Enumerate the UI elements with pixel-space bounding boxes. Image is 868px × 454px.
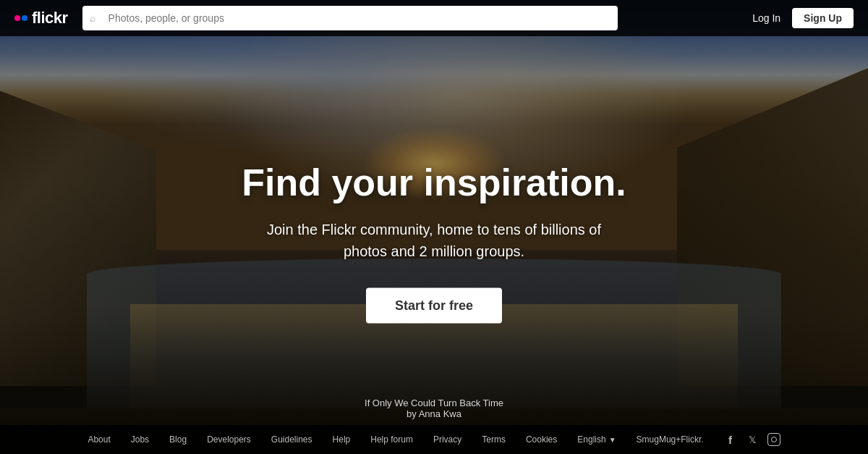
photo-title: If Only We Could Turn Back Time — [365, 398, 503, 408]
logo-dot-blue — [22, 15, 27, 21]
footer-help-forum[interactable]: Help forum — [370, 434, 413, 445]
social-icons — [724, 433, 780, 446]
footer-cookies[interactable]: Cookies — [526, 434, 557, 445]
start-free-button[interactable]: Start for free — [366, 287, 502, 323]
hero-subtitle: Join the Flickr community, home to tens … — [181, 218, 687, 261]
header-right: Log In Sign Up — [752, 8, 854, 28]
twitter-icon[interactable] — [746, 433, 759, 446]
language-button[interactable]: English ▼ — [577, 434, 616, 445]
footer-smugmug[interactable]: SmugMug+Flickr. — [637, 434, 704, 445]
footer-guidelines[interactable]: Guidelines — [271, 434, 312, 445]
footer-privacy[interactable]: Privacy — [433, 434, 461, 445]
search-icon: ⌕ — [90, 12, 95, 24]
footer: About Jobs Blog Developers Guidelines He… — [0, 425, 868, 454]
logo-text: flickr — [32, 9, 68, 28]
logo[interactable]: flickr — [14, 9, 68, 28]
signup-button[interactable]: Sign Up — [792, 8, 854, 28]
header: flickr ⌕ Log In Sign Up — [0, 0, 868, 36]
hero-title: Find your inspiration. — [181, 160, 687, 203]
footer-terms[interactable]: Terms — [482, 434, 506, 445]
search-container: ⌕ — [82, 6, 618, 30]
instagram-icon[interactable] — [767, 433, 780, 446]
footer-help[interactable]: Help — [333, 434, 351, 445]
language-label: English — [577, 434, 605, 445]
facebook-icon[interactable] — [724, 433, 737, 446]
logo-dot-pink — [14, 15, 20, 21]
footer-about[interactable]: About — [88, 434, 110, 445]
footer-developers[interactable]: Developers — [207, 434, 251, 445]
hero-content: Find your inspiration. Join the Flickr c… — [181, 160, 687, 323]
chevron-down-icon: ▼ — [609, 436, 616, 444]
search-input[interactable] — [82, 6, 618, 30]
footer-jobs[interactable]: Jobs — [131, 434, 149, 445]
login-link[interactable]: Log In — [752, 12, 780, 24]
photo-credit: If Only We Could Turn Back Time by Anna … — [365, 398, 503, 419]
photo-author: by Anna Kwa — [365, 408, 503, 419]
logo-dots — [14, 15, 27, 21]
footer-blog[interactable]: Blog — [169, 434, 187, 445]
